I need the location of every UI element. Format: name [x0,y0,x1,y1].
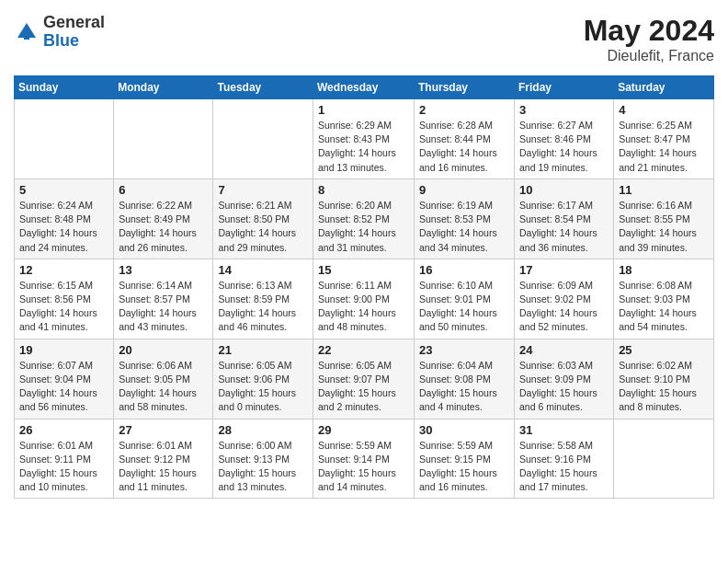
day-info: Sunrise: 6:20 AM Sunset: 8:52 PM Dayligh… [318,199,409,255]
day-number: 28 [218,423,308,437]
calendar-cell: 13Sunrise: 6:14 AM Sunset: 8:57 PM Dayli… [114,259,213,339]
day-number: 20 [119,343,208,357]
location-title: Dieulefit, France [584,48,714,64]
day-info: Sunrise: 6:16 AM Sunset: 8:55 PM Dayligh… [619,199,709,255]
column-header-sunday: Sunday [15,76,114,99]
day-info: Sunrise: 6:24 AM Sunset: 8:48 PM Dayligh… [19,199,108,255]
day-number: 4 [619,103,709,117]
calendar-cell: 14Sunrise: 6:13 AM Sunset: 8:59 PM Dayli… [213,259,313,339]
day-info: Sunrise: 6:25 AM Sunset: 8:47 PM Dayligh… [619,119,709,175]
day-number: 17 [519,263,609,277]
calendar-cell: 2Sunrise: 6:28 AM Sunset: 8:44 PM Daylig… [415,99,515,179]
calendar-cell: 6Sunrise: 6:22 AM Sunset: 8:49 PM Daylig… [114,178,213,259]
calendar-header-row: SundayMondayTuesdayWednesdayThursdayFrid… [15,76,714,99]
day-info: Sunrise: 6:08 AM Sunset: 9:03 PM Dayligh… [619,279,709,335]
calendar-cell: 7Sunrise: 6:21 AM Sunset: 8:50 PM Daylig… [213,178,313,259]
day-info: Sunrise: 6:04 AM Sunset: 9:08 PM Dayligh… [419,359,509,415]
calendar-cell: 23Sunrise: 6:04 AM Sunset: 9:08 PM Dayli… [415,339,515,419]
calendar-week-row: 1Sunrise: 6:29 AM Sunset: 8:43 PM Daylig… [15,99,714,179]
day-info: Sunrise: 6:17 AM Sunset: 8:54 PM Dayligh… [519,199,609,255]
calendar-cell: 12Sunrise: 6:15 AM Sunset: 8:56 PM Dayli… [15,259,114,339]
svg-rect-1 [24,34,29,40]
calendar-cell: 4Sunrise: 6:25 AM Sunset: 8:47 PM Daylig… [614,99,714,179]
column-header-tuesday: Tuesday [213,76,313,99]
day-info: Sunrise: 6:27 AM Sunset: 8:46 PM Dayligh… [519,119,609,175]
calendar-cell: 24Sunrise: 6:03 AM Sunset: 9:09 PM Dayli… [515,339,614,419]
calendar-week-row: 26Sunrise: 6:01 AM Sunset: 9:11 PM Dayli… [15,419,714,499]
calendar-cell: 30Sunrise: 5:59 AM Sunset: 9:15 PM Dayli… [415,419,515,499]
day-number: 22 [318,343,409,357]
calendar-week-row: 5Sunrise: 6:24 AM Sunset: 8:48 PM Daylig… [15,178,714,259]
day-number: 23 [419,343,509,357]
day-number: 10 [519,183,609,197]
day-info: Sunrise: 6:22 AM Sunset: 8:49 PM Dayligh… [119,199,208,255]
day-number: 18 [619,263,709,277]
calendar-cell [614,419,714,499]
calendar-week-row: 12Sunrise: 6:15 AM Sunset: 8:56 PM Dayli… [15,259,714,339]
column-header-thursday: Thursday [415,76,515,99]
page-header: General Blue May 2024 Dieulefit, France [14,14,714,64]
calendar-cell: 21Sunrise: 6:05 AM Sunset: 9:06 PM Dayli… [213,339,313,419]
column-header-monday: Monday [114,76,213,99]
day-info: Sunrise: 6:05 AM Sunset: 9:06 PM Dayligh… [218,359,308,415]
calendar-cell: 18Sunrise: 6:08 AM Sunset: 9:03 PM Dayli… [614,259,714,339]
day-number: 15 [318,263,409,277]
day-info: Sunrise: 5:59 AM Sunset: 9:15 PM Dayligh… [419,439,509,495]
day-info: Sunrise: 6:00 AM Sunset: 9:13 PM Dayligh… [218,439,308,495]
logo-blue: Blue [43,32,105,51]
calendar-cell: 5Sunrise: 6:24 AM Sunset: 8:48 PM Daylig… [15,178,114,259]
day-number: 26 [19,423,108,437]
day-number: 14 [218,263,308,277]
day-number: 21 [218,343,308,357]
calendar-cell: 11Sunrise: 6:16 AM Sunset: 8:55 PM Dayli… [614,178,714,259]
calendar-cell: 8Sunrise: 6:20 AM Sunset: 8:52 PM Daylig… [313,178,415,259]
day-info: Sunrise: 5:58 AM Sunset: 9:16 PM Dayligh… [519,439,609,495]
day-number: 12 [19,263,108,277]
calendar-cell: 20Sunrise: 6:06 AM Sunset: 9:05 PM Dayli… [114,339,213,419]
calendar-cell: 25Sunrise: 6:02 AM Sunset: 9:10 PM Dayli… [614,339,714,419]
calendar-cell [15,99,114,179]
day-info: Sunrise: 6:02 AM Sunset: 9:10 PM Dayligh… [619,359,709,415]
calendar-cell: 3Sunrise: 6:27 AM Sunset: 8:46 PM Daylig… [515,99,614,179]
day-info: Sunrise: 6:06 AM Sunset: 9:05 PM Dayligh… [119,359,208,415]
calendar-cell: 10Sunrise: 6:17 AM Sunset: 8:54 PM Dayli… [515,178,614,259]
calendar-cell: 16Sunrise: 6:10 AM Sunset: 9:01 PM Dayli… [415,259,515,339]
logo-general: General [43,14,105,32]
calendar-cell: 19Sunrise: 6:07 AM Sunset: 9:04 PM Dayli… [15,339,114,419]
column-header-saturday: Saturday [614,76,714,99]
calendar-cell: 15Sunrise: 6:11 AM Sunset: 9:00 PM Dayli… [313,259,415,339]
day-info: Sunrise: 6:19 AM Sunset: 8:53 PM Dayligh… [419,199,509,255]
day-info: Sunrise: 6:07 AM Sunset: 9:04 PM Dayligh… [19,359,108,415]
day-info: Sunrise: 6:15 AM Sunset: 8:56 PM Dayligh… [19,279,108,335]
day-info: Sunrise: 6:03 AM Sunset: 9:09 PM Dayligh… [519,359,609,415]
calendar-cell: 9Sunrise: 6:19 AM Sunset: 8:53 PM Daylig… [415,178,515,259]
day-info: Sunrise: 6:11 AM Sunset: 9:00 PM Dayligh… [318,279,409,335]
calendar-cell: 28Sunrise: 6:00 AM Sunset: 9:13 PM Dayli… [213,419,313,499]
calendar-cell [213,99,313,179]
day-number: 16 [419,263,509,277]
day-number: 25 [619,343,709,357]
day-info: Sunrise: 6:01 AM Sunset: 9:12 PM Dayligh… [119,439,208,495]
calendar-cell: 22Sunrise: 6:05 AM Sunset: 9:07 PM Dayli… [313,339,415,419]
day-number: 3 [519,103,609,117]
calendar-cell: 31Sunrise: 5:58 AM Sunset: 9:16 PM Dayli… [515,419,614,499]
calendar-week-row: 19Sunrise: 6:07 AM Sunset: 9:04 PM Dayli… [15,339,714,419]
day-number: 5 [19,183,108,197]
column-header-friday: Friday [515,76,614,99]
calendar-cell [114,99,213,179]
day-number: 31 [519,423,609,437]
day-number: 2 [419,103,509,117]
day-number: 27 [119,423,208,437]
calendar-cell: 27Sunrise: 6:01 AM Sunset: 9:12 PM Dayli… [114,419,213,499]
day-number: 29 [318,423,409,437]
day-number: 24 [519,343,609,357]
day-number: 7 [218,183,308,197]
calendar-cell: 1Sunrise: 6:29 AM Sunset: 8:43 PM Daylig… [313,99,415,179]
day-number: 1 [318,103,409,117]
day-number: 30 [419,423,509,437]
logo-icon [14,19,40,45]
calendar-cell: 17Sunrise: 6:09 AM Sunset: 9:02 PM Dayli… [515,259,614,339]
day-number: 9 [419,183,509,197]
day-number: 11 [619,183,709,197]
day-number: 13 [119,263,208,277]
